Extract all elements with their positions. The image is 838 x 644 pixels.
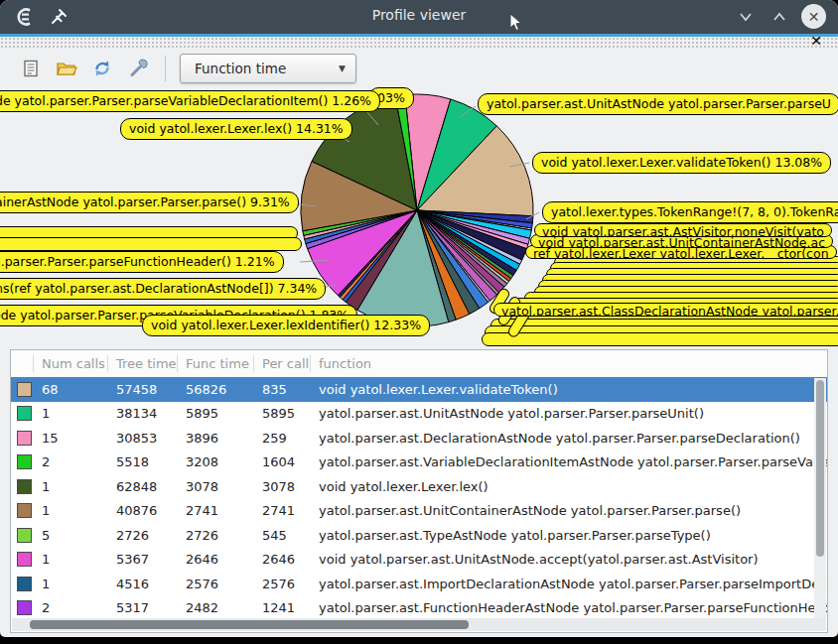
cell-tree-time: 30853: [108, 431, 178, 446]
cell-function: void yatol.lexer.Lexer.lex(): [311, 479, 827, 494]
col-function[interactable]: function: [311, 355, 827, 372]
col-tree-time[interactable]: Tree time: [108, 355, 178, 372]
cell-num-calls: 5: [34, 528, 108, 543]
pie-callout-label: void yatol.lexer.Lexer.validateToken() 1…: [532, 152, 831, 174]
row-color-swatch: [17, 503, 32, 518]
row-color-swatch: [17, 552, 32, 567]
cell-num-calls: 68: [34, 382, 108, 397]
cell-per-call: 2741: [254, 503, 311, 518]
table-row[interactable]: 2531724821241yatol.parser.ast.FunctionHe…: [11, 596, 827, 621]
table-row[interactable]: 527262726545yatol.parser.ast.TypeAstNode…: [11, 523, 827, 548]
refresh-icon[interactable]: [89, 56, 115, 81]
cell-num-calls: 15: [34, 431, 108, 446]
cell-num-calls: 2: [34, 454, 108, 469]
row-color-swatch: [17, 382, 32, 397]
row-color-swatch: [17, 406, 32, 421]
cell-per-call: 259: [254, 431, 311, 446]
cell-tree-time: 62848: [108, 479, 178, 494]
cell-per-call: 3078: [254, 479, 311, 494]
cell-tree-time: 2726: [108, 528, 178, 543]
cell-per-call: 835: [254, 382, 311, 397]
cell-tree-time: 38134: [108, 406, 178, 421]
cell-per-call: 5895: [254, 406, 311, 421]
pie-callout-label: de yatol.parser.Parser.parseVariableDecl…: [0, 90, 380, 112]
profile-table: Num calls Tree time Func time Per call f…: [10, 349, 828, 633]
pie-callout-label: void yatol.parser.ast.AstVisitor.noneVis…: [534, 223, 832, 237]
row-color-swatch: [17, 431, 32, 446]
cell-num-calls: 1: [34, 577, 108, 591]
cell-func-time: 2741: [178, 503, 254, 518]
vertical-scrollbar-thumb[interactable]: [816, 380, 824, 557]
table-row[interactable]: 15308533896259yatol.parser.ast.Declarati…: [11, 426, 827, 451]
table-row[interactable]: 14087627412741yatol.parser.ast.UnitConta…: [11, 499, 827, 524]
cell-num-calls: 1: [34, 406, 108, 421]
cell-function: yatol.parser.ast.ImportDeclarationAstNod…: [311, 577, 827, 591]
cell-func-time: 3896: [178, 431, 254, 446]
cell-function: yatol.parser.ast.UnitContainerAstNode ya…: [311, 503, 827, 518]
vertical-scrollbar[interactable]: [814, 378, 826, 620]
pie-callout-label: atol.parser.Parser.parseFunctionHeader()…: [0, 251, 284, 273]
pie-callout-bar: [0, 237, 302, 251]
toolbar-separator: [165, 56, 166, 81]
col-func-time[interactable]: Func time: [178, 355, 254, 372]
table-row[interactable]: 1451625762576yatol.parser.ast.ImportDecl…: [11, 572, 827, 596]
report-icon[interactable]: [18, 56, 44, 81]
cell-tree-time: 5317: [108, 600, 178, 615]
cell-function: void yatol.parser.ast.UnitAstNode.accept…: [311, 552, 827, 567]
chart-mode-select[interactable]: Function time ▼: [180, 54, 356, 83]
cell-func-time: 56826: [178, 382, 254, 397]
pie-callout-label: void yatol.lexer.Lexer.lexIdentifier() 1…: [142, 315, 430, 336]
cell-func-time: 2576: [178, 577, 254, 591]
cell-per-call: 1241: [254, 600, 311, 615]
pie-callout-label: void yatol.lexer.Lexer.lex() 14.31%: [120, 118, 352, 140]
cell-func-time: 2482: [178, 600, 254, 615]
pie-callout-bar: [482, 332, 838, 346]
cell-tree-time: 5518: [108, 454, 178, 469]
profile-viewer-window: Profile viewer ✕ ✕: [0, 0, 838, 637]
col-num-calls[interactable]: Num calls: [34, 355, 108, 372]
cell-num-calls: 1: [34, 503, 108, 518]
cell-tree-time: 40876: [108, 503, 178, 518]
cell-tree-time: 57458: [108, 382, 178, 397]
cell-num-calls: 1: [34, 479, 108, 494]
cell-per-call: 545: [254, 528, 311, 543]
mouse-cursor: [509, 13, 523, 33]
table-row[interactable]: 16284830783078void yatol.lexer.Lexer.lex…: [11, 474, 827, 499]
cell-function: yatol.parser.ast.VariableDeclarationItem…: [311, 454, 827, 469]
row-color-swatch: [17, 577, 32, 591]
pie-callout-label: ns(ref yatol.parser.ast.DeclarationAstNo…: [0, 278, 326, 300]
cell-func-time: 5895: [178, 406, 254, 421]
cell-function: yatol.parser.ast.TypeAstNode yatol.parse…: [311, 528, 827, 543]
table-row[interactable]: 13813458955895yatol.parser.ast.UnitAstNo…: [11, 402, 827, 427]
table-header[interactable]: Num calls Tree time Func time Per call f…: [11, 350, 827, 377]
pie-callout-label: ainerAstNode yatol.parser.Parser.parse()…: [0, 192, 299, 213]
table-row[interactable]: 2551832081604yatol.parser.ast.VariableDe…: [11, 451, 827, 475]
cell-tree-time: 4516: [108, 577, 178, 591]
table-row[interactable]: 685745856826835void yatol.lexer.Lexer.va…: [11, 377, 827, 402]
row-color-swatch: [17, 528, 32, 543]
cell-per-call: 2576: [254, 577, 311, 591]
cell-function: yatol.parser.ast.FunctionHeaderAstNode y…: [311, 600, 827, 615]
col-per-call[interactable]: Per call: [254, 355, 311, 372]
chart-mode-value: Function time: [195, 61, 286, 76]
cell-tree-time: 5367: [108, 552, 178, 567]
cell-function: void yatol.lexer.Lexer.validateToken(): [311, 382, 827, 397]
cell-func-time: 3208: [178, 454, 254, 469]
table-row[interactable]: 1536726462646void yatol.parser.ast.UnitA…: [11, 548, 827, 573]
horizontal-scrollbar-thumb[interactable]: [30, 620, 469, 629]
pie-callout-label: yatol.parser.ast.ClassDeclarationAstNode…: [493, 303, 838, 317]
pie-callout-label: yatol.lexer.types.TokenRange!(7, 8, 0).T…: [542, 201, 838, 223]
col-swatch[interactable]: [11, 355, 34, 372]
row-color-swatch: [17, 600, 32, 615]
cell-func-time: 2646: [178, 552, 254, 567]
cell-per-call: 1604: [254, 454, 311, 469]
cell-function: yatol.parser.ast.DeclarationAstNode yato…: [311, 431, 827, 446]
toolbar: Function time ▼: [18, 54, 356, 83]
cell-num-calls: 2: [34, 600, 108, 615]
open-folder-icon[interactable]: [54, 56, 79, 81]
wrench-icon[interactable]: [125, 56, 151, 81]
row-color-swatch: [17, 479, 32, 494]
row-color-swatch: [17, 454, 32, 469]
cell-function: yatol.parser.ast.UnitAstNode yatol.parse…: [311, 406, 827, 421]
horizontal-scrollbar[interactable]: [12, 618, 826, 631]
